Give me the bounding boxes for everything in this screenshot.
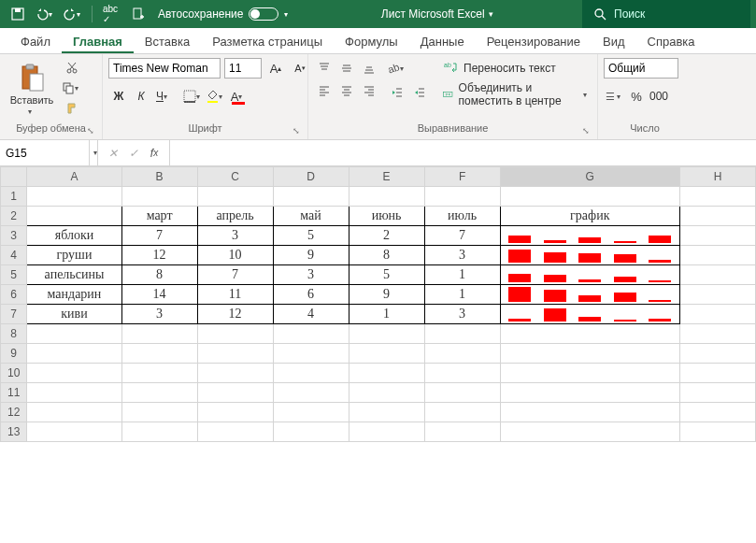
cell-B13[interactable]	[121, 422, 197, 442]
cell-G12[interactable]	[500, 403, 679, 422]
merge-center-button[interactable]: Объединить и поместить в центре▾	[439, 84, 592, 105]
cell-H11[interactable]	[679, 383, 755, 403]
font-name-select[interactable]	[108, 58, 221, 79]
align-middle-button[interactable]	[336, 58, 357, 79]
cell-F10[interactable]	[424, 364, 500, 383]
cell-C1[interactable]	[197, 187, 273, 207]
cell-E9[interactable]	[349, 344, 424, 364]
row-header-13[interactable]: 13	[1, 422, 27, 442]
cell-C9[interactable]	[197, 344, 273, 364]
cell-A11[interactable]	[27, 383, 121, 403]
decrease-font-button[interactable]: A▾	[290, 58, 310, 79]
cell-F6[interactable]: 1	[424, 285, 500, 305]
cell-G10[interactable]	[500, 364, 679, 383]
cell-C4[interactable]: 10	[197, 246, 273, 265]
formula-bar[interactable]	[170, 140, 756, 165]
cell-B2[interactable]: март	[121, 207, 197, 226]
cell-B4[interactable]: 12	[121, 246, 197, 265]
cell-A7[interactable]: киви	[27, 305, 121, 324]
cell-B10[interactable]	[121, 364, 197, 383]
cell-C2[interactable]: апрель	[197, 207, 273, 226]
new-sheet-button[interactable]	[126, 2, 150, 26]
cell-D10[interactable]	[273, 364, 349, 383]
cell-D11[interactable]	[273, 383, 349, 403]
cell-A12[interactable]	[27, 403, 121, 422]
cell-G2[interactable]: график	[500, 207, 679, 226]
column-header-B[interactable]: B	[121, 167, 197, 187]
worksheet-grid[interactable]: ABCDEFGH12мартапрельмайиюньиюльграфик3яб…	[0, 166, 756, 442]
cell-E12[interactable]	[349, 403, 424, 422]
enter-formula-button[interactable]: ✓	[124, 144, 143, 163]
cell-A1[interactable]	[27, 187, 121, 207]
copy-button[interactable]: ▾	[62, 79, 82, 97]
wrap-text-button[interactable]: ab Переносить текст	[439, 58, 592, 79]
tab-справка[interactable]: Справка	[636, 30, 706, 53]
cell-F13[interactable]	[424, 422, 500, 442]
cell-H8[interactable]	[679, 324, 755, 344]
column-header-A[interactable]: A	[27, 167, 121, 187]
cell-D6[interactable]: 6	[273, 285, 349, 305]
cell-G3[interactable]	[500, 226, 679, 246]
row-header-5[interactable]: 5	[1, 265, 27, 285]
cut-button[interactable]	[62, 58, 82, 77]
fill-color-button[interactable]: ▾	[206, 86, 226, 107]
cell-F1[interactable]	[424, 187, 500, 207]
select-all-corner[interactable]	[1, 167, 27, 187]
cell-A6[interactable]: мандарин	[27, 285, 121, 305]
cell-C12[interactable]	[197, 403, 273, 422]
cell-H12[interactable]	[679, 403, 755, 422]
namebox-dropdown[interactable]: ▾	[90, 140, 98, 165]
cell-B3[interactable]: 7	[121, 226, 197, 246]
cell-B1[interactable]	[121, 187, 197, 207]
autosave-switch[interactable]	[249, 7, 278, 21]
cell-F5[interactable]: 1	[424, 265, 500, 285]
column-header-D[interactable]: D	[273, 167, 349, 187]
row-header-8[interactable]: 8	[1, 324, 27, 344]
cell-G7[interactable]	[500, 305, 679, 324]
cell-A10[interactable]	[27, 364, 121, 383]
cell-H9[interactable]	[679, 344, 755, 364]
font-color-button[interactable]: A▾	[228, 86, 249, 107]
column-header-E[interactable]: E	[349, 167, 424, 187]
row-header-4[interactable]: 4	[1, 246, 27, 265]
cell-D12[interactable]	[273, 403, 349, 422]
cell-E6[interactable]: 9	[349, 285, 424, 305]
column-header-C[interactable]: C	[197, 167, 273, 187]
orientation-button[interactable]: ab▾	[387, 58, 407, 79]
number-format-select[interactable]	[604, 58, 678, 79]
search-box[interactable]: Поиск	[582, 0, 750, 28]
cell-H1[interactable]	[679, 187, 755, 207]
cell-F4[interactable]: 3	[424, 246, 500, 265]
column-header-H[interactable]: H	[679, 167, 755, 187]
cell-E8[interactable]	[349, 324, 424, 344]
cell-F9[interactable]	[424, 344, 500, 364]
cell-A8[interactable]	[27, 324, 121, 344]
cell-B11[interactable]	[121, 383, 197, 403]
row-header-2[interactable]: 2	[1, 207, 27, 226]
cancel-formula-button[interactable]: ✕	[104, 144, 122, 163]
cell-A2[interactable]	[27, 207, 121, 226]
align-top-button[interactable]	[314, 58, 335, 79]
row-header-1[interactable]: 1	[1, 187, 27, 207]
cell-D3[interactable]: 5	[273, 226, 349, 246]
accounting-format-button[interactable]: ☰▾	[604, 86, 624, 107]
cell-C11[interactable]	[197, 383, 273, 403]
font-launcher[interactable]: ⤡	[292, 126, 304, 137]
align-bottom-button[interactable]	[359, 58, 379, 79]
align-left-button[interactable]	[314, 80, 335, 101]
cell-A13[interactable]	[27, 422, 121, 442]
save-button[interactable]	[6, 2, 30, 26]
cell-B7[interactable]: 3	[121, 305, 197, 324]
cell-D13[interactable]	[273, 422, 349, 442]
tab-формулы[interactable]: Формулы	[334, 30, 409, 53]
cell-C8[interactable]	[197, 324, 273, 344]
cell-A9[interactable]	[27, 344, 121, 364]
cell-C6[interactable]: 11	[197, 285, 273, 305]
cell-H4[interactable]	[679, 246, 755, 265]
row-header-3[interactable]: 3	[1, 226, 27, 246]
column-header-F[interactable]: F	[424, 167, 500, 187]
cell-D4[interactable]: 9	[273, 246, 349, 265]
cell-C3[interactable]: 3	[197, 226, 273, 246]
font-size-select[interactable]	[224, 58, 262, 79]
row-header-7[interactable]: 7	[1, 305, 27, 324]
